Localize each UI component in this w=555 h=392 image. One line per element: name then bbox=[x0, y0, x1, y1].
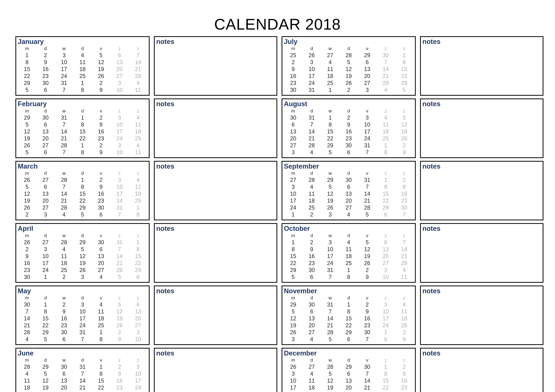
notes-box: notes bbox=[420, 285, 543, 345]
day-cell: 6 bbox=[55, 336, 73, 343]
day-header: v bbox=[358, 357, 376, 363]
day-cell: 4 bbox=[321, 59, 339, 66]
week-row: 2627281234 bbox=[18, 142, 147, 149]
day-header: d bbox=[36, 357, 55, 363]
day-header: d bbox=[339, 108, 358, 114]
month-name: March bbox=[18, 163, 147, 170]
day-cell: 19 bbox=[284, 322, 302, 329]
day-cell: 3 bbox=[376, 301, 395, 308]
day-cell: 10 bbox=[284, 377, 302, 384]
day-cell: 25 bbox=[339, 260, 358, 267]
day-cell: 4 bbox=[18, 336, 36, 343]
day-cell: 29 bbox=[92, 391, 110, 392]
day-cell: 4 bbox=[302, 183, 321, 190]
week-row: 272829303112 bbox=[284, 176, 413, 183]
month-table: mdwdvzz293031123456789101112131415161718… bbox=[284, 295, 413, 343]
day-cell: 7 bbox=[73, 370, 92, 377]
notes-box: notes bbox=[154, 161, 277, 220]
day-cell: 23 bbox=[284, 79, 302, 86]
day-cell: 2 bbox=[36, 52, 55, 59]
day-cell: 28 bbox=[321, 363, 339, 370]
day-cell: 20 bbox=[302, 322, 321, 329]
day-cell: 26 bbox=[92, 72, 110, 79]
day-cell: 19 bbox=[321, 384, 339, 391]
week-row: 567891011 bbox=[284, 273, 413, 280]
day-cell: 27 bbox=[55, 391, 73, 392]
month-table: mdwdvzz282930311234567891011121314151617… bbox=[18, 357, 147, 392]
day-cell: 31 bbox=[110, 239, 129, 246]
day-cell: 5 bbox=[36, 370, 55, 377]
day-cell: 1 bbox=[73, 114, 92, 121]
day-header: d bbox=[339, 233, 358, 239]
day-header: d bbox=[73, 108, 92, 114]
notes-box: notes bbox=[154, 223, 277, 283]
day-cell: 31 bbox=[302, 114, 321, 121]
day-cell: 6 bbox=[339, 336, 358, 343]
day-cell: 7 bbox=[321, 273, 339, 280]
day-cell: 19 bbox=[36, 384, 55, 391]
day-cell: 3 bbox=[376, 267, 395, 273]
day-cell: 22 bbox=[36, 322, 55, 329]
day-header: v bbox=[358, 46, 376, 52]
day-cell: 4 bbox=[55, 211, 73, 218]
day-cell: 1 bbox=[339, 301, 358, 308]
day-cell: 22 bbox=[321, 135, 339, 142]
month-name: December bbox=[284, 349, 413, 357]
week-row: 22232425262728 bbox=[18, 72, 147, 79]
day-cell: 3 bbox=[36, 246, 55, 253]
day-header: m bbox=[18, 357, 36, 363]
day-cell: 28 bbox=[55, 176, 73, 183]
day-cell: 15 bbox=[376, 190, 395, 197]
day-cell: 31 bbox=[73, 329, 92, 336]
day-cell: 8 bbox=[376, 336, 395, 343]
month-table: mdwdvzz123456789101112131415161718192021… bbox=[284, 233, 413, 280]
day-cell: 15 bbox=[284, 253, 302, 260]
day-cell: 3 bbox=[358, 114, 376, 121]
day-cell: 17 bbox=[358, 128, 376, 135]
day-cell: 29 bbox=[395, 79, 413, 86]
month-table: mdwdvzz262728293012345678910111213141516… bbox=[284, 357, 413, 392]
day-cell: 31 bbox=[55, 114, 73, 121]
day-cell: 1 bbox=[339, 267, 358, 273]
month-name: November bbox=[284, 287, 413, 295]
day-cell: 11 bbox=[129, 121, 147, 128]
day-cell: 10 bbox=[73, 308, 92, 315]
day-cell: 1 bbox=[129, 239, 147, 246]
day-header: d bbox=[73, 295, 92, 301]
day-cell: 2 bbox=[92, 79, 110, 86]
day-header: v bbox=[92, 108, 110, 114]
week-row: 3456789 bbox=[284, 183, 413, 190]
day-cell: 30 bbox=[395, 204, 413, 211]
day-cell: 31 bbox=[110, 204, 129, 211]
day-cell: 7 bbox=[55, 183, 73, 190]
day-cell: 30 bbox=[110, 391, 129, 392]
month-name: August bbox=[284, 100, 413, 107]
day-cell: 13 bbox=[358, 66, 376, 72]
day-cell: 16 bbox=[339, 128, 358, 135]
day-cell: 16 bbox=[55, 315, 73, 322]
day-cell: 22 bbox=[92, 384, 110, 391]
day-cell: 1 bbox=[73, 79, 92, 86]
day-header: w bbox=[55, 46, 73, 52]
day-header: w bbox=[321, 295, 339, 301]
day-cell: 1 bbox=[73, 142, 92, 149]
day-header: z bbox=[376, 170, 395, 176]
day-header: z bbox=[395, 108, 413, 114]
week-row: 2627281234 bbox=[18, 176, 147, 183]
week-row: 45678910 bbox=[18, 336, 147, 343]
month-table: mdwdvzz262728123456789101112131415161718… bbox=[18, 170, 147, 218]
day-cell: 11 bbox=[321, 66, 339, 72]
day-cell: 4 bbox=[55, 246, 73, 253]
day-cell: 3 bbox=[110, 142, 129, 149]
notes-box: notes bbox=[420, 36, 543, 96]
day-cell: 5 bbox=[18, 121, 36, 128]
day-cell: 31 bbox=[358, 176, 376, 183]
day-cell: 21 bbox=[55, 135, 73, 142]
day-cell: 16 bbox=[92, 128, 110, 135]
day-cell: 6 bbox=[36, 86, 55, 93]
day-cell: 24 bbox=[110, 135, 129, 142]
day-cell: 17 bbox=[129, 377, 147, 384]
day-header: z bbox=[110, 357, 129, 363]
day-cell: 22 bbox=[73, 197, 92, 204]
day-cell: 25 bbox=[92, 322, 110, 329]
